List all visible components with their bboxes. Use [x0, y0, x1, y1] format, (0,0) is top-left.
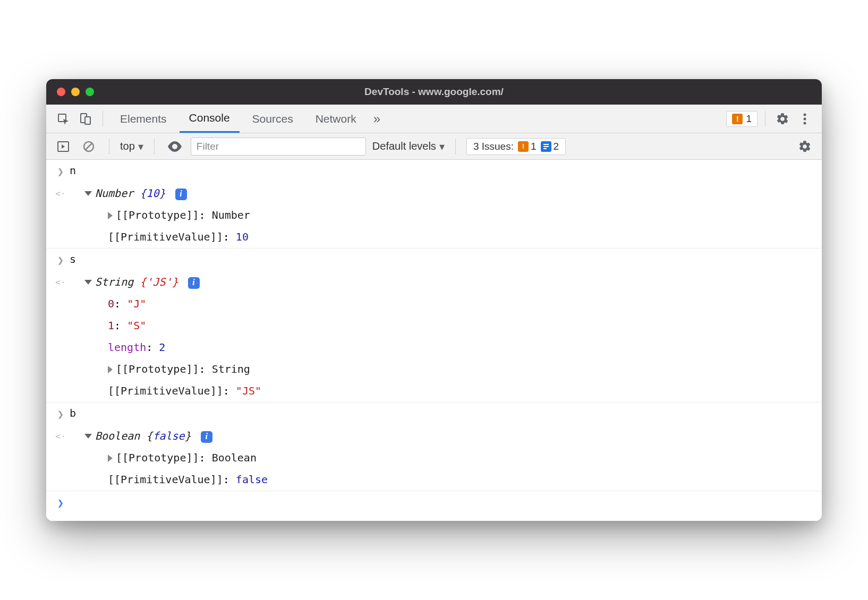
zoom-window-button[interactable]	[86, 88, 94, 96]
expand-toggle-icon[interactable]	[84, 434, 92, 439]
console-output-row: <· Number {10} i	[46, 183, 822, 204]
issue-warn-count: 1	[531, 141, 537, 152]
info-icon[interactable]: i	[188, 277, 200, 289]
issue-warn-chip: ! 1	[518, 141, 537, 152]
colon: :	[199, 451, 212, 464]
property-key: 0	[108, 297, 114, 310]
property: length: 2	[70, 339, 814, 356]
property-value: String	[212, 363, 250, 375]
info-icon[interactable]: i	[201, 431, 212, 443]
toggle-sidebar-icon[interactable]	[54, 137, 73, 156]
log-levels-selector[interactable]: Default levels ▾	[372, 140, 445, 153]
property-value: Boolean	[212, 451, 257, 464]
devtools-window: DevTools - www.google.com/ Elements Cons…	[46, 79, 822, 521]
expand-toggle-icon[interactable]	[108, 366, 113, 373]
tab-sources[interactable]: Sources	[243, 105, 303, 133]
property: [[PrimitiveValue]]: "JS"	[70, 383, 814, 399]
warning-icon: !	[518, 141, 529, 152]
property[interactable]: [[Prototype]]: Boolean	[70, 450, 814, 466]
input-arrow-icon: ❯	[52, 405, 70, 423]
svg-point-5	[804, 122, 806, 124]
property: [[PrimitiveValue]]: 10	[70, 229, 814, 245]
info-icon	[541, 141, 551, 152]
divider	[455, 139, 456, 155]
object-property-row: [[Prototype]]: String	[46, 358, 822, 380]
input-arrow-icon: ❯	[52, 251, 70, 269]
object-summary[interactable]: Number {10} i	[70, 185, 814, 202]
console-prompt[interactable]: ❯	[46, 491, 822, 521]
expand-toggle-icon[interactable]	[84, 280, 92, 285]
colon: :	[223, 473, 236, 486]
warnings-badge[interactable]: ! 1	[726, 111, 758, 127]
console-toolbar: top ▾ Default levels ▾ 3 Issues: ! 1 2	[46, 133, 822, 160]
device-toggle-icon[interactable]	[76, 109, 95, 128]
expand-toggle-icon[interactable]	[108, 212, 113, 219]
object-summary[interactable]: Boolean {false} i	[70, 428, 814, 444]
clear-console-icon[interactable]	[79, 137, 98, 156]
issue-info-chip: 2	[541, 141, 559, 152]
object-property-row: [[Prototype]]: Boolean	[46, 447, 822, 469]
object-property-row: 0: "J"	[46, 293, 822, 315]
colon: :	[223, 384, 236, 397]
divider	[154, 139, 155, 155]
kebab-menu-button[interactable]	[795, 109, 814, 128]
colon: :	[114, 297, 127, 310]
filter-input[interactable]	[191, 138, 366, 156]
info-icon[interactable]: i	[175, 188, 187, 200]
eye-icon[interactable]	[165, 137, 184, 156]
object-property-row: [[Prototype]]: Number	[46, 204, 822, 226]
caret-down-icon: ▾	[138, 140, 143, 153]
caret-down-icon: ▾	[439, 140, 445, 153]
expand-toggle-icon[interactable]	[108, 455, 113, 462]
object-summary[interactable]: String {'JS'} i	[70, 274, 814, 290]
close-window-button[interactable]	[57, 88, 65, 96]
console-input-row: ❯ b	[46, 402, 822, 425]
console-input-row: ❯ s	[46, 248, 822, 271]
property-value: "S"	[127, 319, 146, 332]
object-type: Number	[95, 187, 133, 200]
svg-rect-9	[543, 146, 549, 147]
object-property-row: [[PrimitiveValue]]: 10	[46, 226, 822, 248]
property[interactable]: [[Prototype]]: String	[70, 361, 814, 378]
console-input-row: ❯ n	[46, 160, 822, 183]
property-value: 2	[159, 341, 165, 354]
property-value: "J"	[127, 297, 146, 310]
minimize-window-button[interactable]	[71, 88, 80, 96]
issues-box[interactable]: 3 Issues: ! 1 2	[466, 138, 566, 155]
output-arrow-icon: <·	[52, 185, 70, 201]
input-expression: s	[70, 251, 814, 268]
traffic-lights	[46, 88, 94, 96]
property-key: [[Prototype]]	[116, 363, 199, 375]
object-type: Boolean	[95, 430, 140, 442]
console-settings-button[interactable]	[795, 137, 814, 156]
context-selector[interactable]: top ▾	[120, 140, 143, 153]
titlebar: DevTools - www.google.com/	[46, 79, 822, 105]
property-key: [[Prototype]]	[116, 451, 199, 464]
divider	[103, 111, 103, 127]
console-output-row: <· String {'JS'} i	[46, 271, 822, 293]
issues-label: 3 Issues:	[473, 141, 514, 152]
svg-point-4	[804, 117, 806, 120]
input-expression: b	[70, 405, 814, 422]
expand-toggle-icon[interactable]	[84, 191, 92, 196]
issue-info-count: 2	[554, 141, 559, 152]
tab-elements[interactable]: Elements	[110, 105, 176, 133]
property-value: Number	[212, 209, 250, 221]
object-preview: false	[152, 430, 184, 442]
more-tabs-button[interactable]: »	[369, 105, 385, 133]
tab-console[interactable]: Console	[180, 105, 240, 133]
svg-point-3	[804, 113, 806, 116]
input-arrow-icon: ❯	[52, 162, 70, 180]
svg-rect-8	[543, 144, 549, 145]
colon: :	[199, 209, 212, 221]
property-key: [[PrimitiveValue]]	[108, 473, 223, 486]
tab-network[interactable]: Network	[306, 105, 366, 133]
property-key: length	[108, 341, 146, 354]
levels-label: Default levels	[372, 140, 436, 152]
settings-button[interactable]	[773, 109, 792, 128]
inspect-element-icon[interactable]	[54, 109, 73, 128]
property[interactable]: [[Prototype]]: Number	[70, 207, 814, 224]
console-output-row: <· Boolean {false} i	[46, 425, 822, 447]
window-title: DevTools - www.google.com/	[46, 86, 822, 98]
property: 1: "S"	[70, 318, 814, 334]
